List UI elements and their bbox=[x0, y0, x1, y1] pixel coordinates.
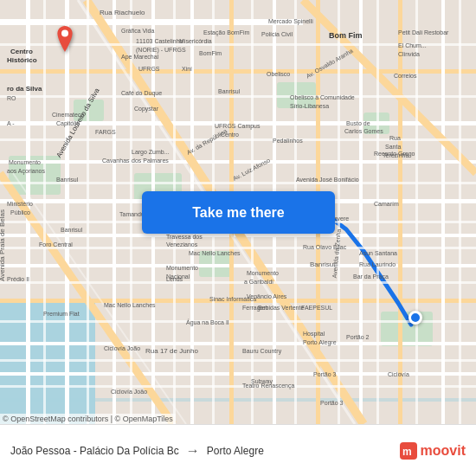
svg-rect-56 bbox=[459, 0, 461, 424]
svg-text:Bom Fim: Bom Fim bbox=[329, 31, 363, 40]
svg-rect-53 bbox=[338, 0, 340, 424]
svg-text:Busto de: Busto de bbox=[346, 120, 370, 126]
moovit-logo-icon: m bbox=[400, 442, 417, 460]
svg-rect-55 bbox=[415, 0, 418, 424]
svg-text:Estação BomFim: Estação BomFim bbox=[203, 29, 249, 36]
svg-text:Polícia Civil: Polícia Civil bbox=[261, 31, 293, 37]
svg-text:Obelisco à Comunidade: Obelisco à Comunidade bbox=[290, 94, 355, 100]
svg-text:Banrisul: Banrisul bbox=[218, 88, 241, 94]
svg-text:Monumento: Monumento bbox=[9, 159, 41, 165]
svg-text:Pedalinhos: Pedalinhos bbox=[273, 138, 303, 144]
svg-rect-45 bbox=[0, 385, 476, 388]
route-arrow-icon: → bbox=[186, 443, 200, 459]
svg-text:Monumento: Monumento bbox=[166, 265, 198, 271]
svg-text:BomFim: BomFim bbox=[199, 50, 222, 56]
svg-text:Ciclovía: Ciclovía bbox=[388, 371, 409, 377]
svg-text:Copystar: Copystar bbox=[134, 106, 159, 113]
svg-rect-19 bbox=[0, 398, 476, 402]
svg-text:Venezianos: Venezianos bbox=[166, 241, 198, 248]
svg-text:Público: Público bbox=[10, 209, 30, 215]
svg-point-152 bbox=[61, 30, 68, 37]
svg-text:Ciclovía João: Ciclovía João bbox=[104, 345, 140, 351]
svg-text:Rua Laurindo: Rua Laurindo bbox=[359, 261, 396, 267]
svg-text:El Chum...: El Chum... bbox=[398, 42, 427, 48]
svg-rect-42 bbox=[0, 281, 476, 284]
svg-text:Mac Nello Lanches: Mac Nello Lanches bbox=[104, 302, 156, 308]
svg-text:Capitólio: Capitólio bbox=[56, 120, 80, 127]
svg-text:UFRGS: UFRGS bbox=[138, 66, 160, 72]
svg-text:Ferragem: Ferragem bbox=[242, 305, 269, 312]
svg-text:Rua: Rua bbox=[389, 135, 401, 141]
svg-text:dos Palmares: dos Palmares bbox=[132, 158, 169, 164]
svg-text:11103 Castelinho: 11103 Castelinho bbox=[136, 38, 183, 44]
svg-text:Café do Duque: Café do Duque bbox=[121, 90, 162, 97]
svg-text:FARGS: FARGS bbox=[95, 129, 116, 135]
svg-text:Petit Dali Restobar: Petit Dali Restobar bbox=[398, 29, 449, 35]
svg-text:Correios: Correios bbox=[394, 73, 417, 79]
svg-text:RO: RO bbox=[7, 95, 16, 101]
moovit-logo: m moovit bbox=[400, 442, 466, 460]
svg-text:Avenida Praia de Belas: Avenida Praia de Belas bbox=[0, 209, 6, 281]
svg-text:Rua Riachuelo: Rua Riachuelo bbox=[100, 9, 145, 16]
svg-text:Histórico: Histórico bbox=[7, 56, 37, 64]
svg-text:Rua Olavo Bilac: Rua Olavo Bilac bbox=[303, 244, 347, 250]
moovit-logo-text: moovit bbox=[421, 443, 466, 459]
svg-text:UFRGS Campus: UFRGS Campus bbox=[215, 123, 261, 130]
svg-text:Gráfica Vida: Gráfica Vida bbox=[121, 28, 154, 34]
svg-text:Largo Zumb...: Largo Zumb... bbox=[132, 149, 170, 156]
route-info: João Pessoa - Palácio Da Polícia Bc → Po… bbox=[10, 443, 400, 459]
svg-text:Premium Flat: Premium Flat bbox=[43, 311, 80, 317]
svg-text:a Garibaldi: a Garibaldi bbox=[244, 279, 273, 285]
svg-rect-17 bbox=[0, 342, 476, 345]
svg-text:Banrisul: Banrisul bbox=[61, 227, 83, 233]
svg-rect-12 bbox=[0, 160, 476, 164]
svg-text:(NORIE) - UFRGS: (NORIE) - UFRGS bbox=[136, 47, 186, 54]
svg-rect-43 bbox=[0, 320, 476, 323]
svg-text:Clinvida: Clinvida bbox=[398, 51, 420, 57]
svg-text:Camarím: Camarím bbox=[374, 201, 399, 207]
svg-rect-46 bbox=[43, 0, 46, 424]
svg-text:Portão 3: Portão 3 bbox=[320, 400, 344, 406]
svg-text:Portão 3: Portão 3 bbox=[313, 371, 337, 377]
svg-text:Hospital: Hospital bbox=[303, 331, 325, 338]
origin-marker bbox=[55, 26, 75, 55]
svg-text:Teatro Renascença: Teatro Renascença bbox=[242, 383, 294, 389]
svg-text:Mercado Spinelli: Mercado Spinelli bbox=[268, 18, 313, 25]
svg-text:Cavanhas: Cavanhas bbox=[102, 158, 130, 164]
svg-text:Portão 2: Portão 2 bbox=[346, 334, 370, 340]
svg-text:Porto Alegre: Porto Alegre bbox=[303, 339, 337, 346]
svg-text:Sírio-Libanesa: Sírio-Libanesa bbox=[290, 103, 329, 109]
svg-text:FAEPESUL: FAEPESUL bbox=[301, 305, 332, 311]
svg-text:Monumento: Monumento bbox=[247, 270, 279, 276]
take-me-there-button[interactable]: Take me there bbox=[142, 191, 335, 234]
svg-text:Xiní: Xiní bbox=[182, 66, 192, 72]
svg-rect-37 bbox=[0, 95, 476, 98]
svg-text:Terezinha: Terezinha bbox=[383, 152, 408, 158]
svg-rect-15 bbox=[0, 264, 476, 267]
svg-rect-44 bbox=[0, 359, 476, 362]
bottom-bar-content: João Pessoa - Palácio Da Polícia Bc → Po… bbox=[10, 442, 466, 460]
svg-text:Prédio II: Prédio II bbox=[7, 276, 29, 282]
destination-text: Porto Alegre bbox=[207, 445, 264, 457]
svg-text:Misericórdia: Misericórdia bbox=[179, 38, 212, 44]
svg-text:Obelisco: Obelisco bbox=[267, 71, 290, 77]
svg-text:Venâncio Aires: Venâncio Aires bbox=[247, 293, 287, 299]
svg-text:Centro: Centro bbox=[10, 48, 33, 55]
svg-text:Foro Central: Foro Central bbox=[39, 241, 73, 248]
svg-text:Carlos Gomes: Carlos Gomes bbox=[344, 128, 383, 134]
svg-text:Banrisul: Banrisul bbox=[310, 261, 335, 268]
svg-text:ro da Silva: ro da Silva bbox=[7, 85, 42, 93]
svg-text:Ciclovía Joâo: Ciclovía Joâo bbox=[111, 389, 147, 395]
map-container: Rua Riachuelo Bom Fim Centro Histórico U… bbox=[0, 0, 476, 424]
svg-text:Água na Boca II: Água na Boca II bbox=[186, 318, 229, 326]
map-attribution: © OpenStreetMap contributors | © OpenMap… bbox=[0, 414, 176, 424]
svg-text:Avenida José Bonifácio: Avenida José Bonifácio bbox=[296, 177, 359, 183]
svg-rect-54 bbox=[376, 0, 379, 424]
svg-text:Mac Nello Lanches: Mac Nello Lanches bbox=[189, 250, 241, 256]
svg-text:Asun Santana: Asun Santana bbox=[359, 250, 397, 256]
svg-rect-47 bbox=[87, 0, 89, 424]
svg-text:Ape Marechal: Ape Marechal bbox=[121, 54, 159, 61]
svg-text:aos Açorianos: aos Açorianos bbox=[7, 168, 45, 175]
svg-text:Nacional: Nacional bbox=[166, 273, 190, 280]
svg-text:Bar da Praça: Bar da Praça bbox=[353, 273, 389, 280]
